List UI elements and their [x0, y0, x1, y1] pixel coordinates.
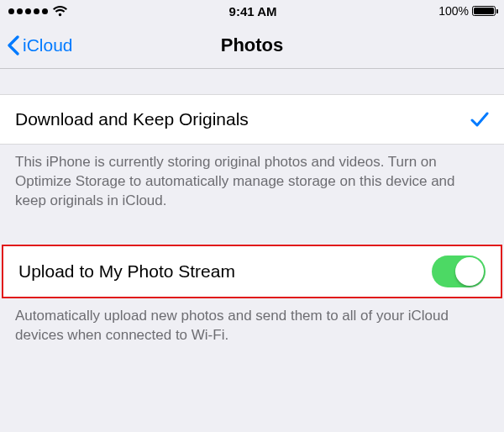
highlight-box: Upload to My Photo Stream [2, 245, 502, 298]
back-button[interactable]: iCloud [7, 22, 73, 68]
status-right: 100% [438, 4, 496, 18]
row-photo-stream[interactable]: Upload to My Photo Stream [3, 246, 501, 297]
battery-icon [472, 6, 496, 16]
row-label: Upload to My Photo Stream [18, 261, 235, 282]
signal-strength-icon [8, 8, 48, 14]
back-label: iCloud [23, 35, 73, 55]
footer-photo-stream: Automatically upload new photos and send… [0, 298, 504, 345]
status-bar: 9:41 AM 100% [0, 0, 504, 22]
toggle-knob [455, 257, 484, 286]
status-left [8, 6, 67, 17]
checkmark-icon [470, 111, 489, 128]
navigation-bar: iCloud Photos [0, 22, 504, 69]
status-time: 9:41 AM [229, 4, 277, 18]
page-title: Photos [221, 34, 284, 56]
battery-percentage: 100% [438, 4, 469, 18]
footer-download-originals: This iPhone is currently storing origina… [0, 145, 504, 211]
row-download-originals[interactable]: Download and Keep Originals [0, 94, 504, 145]
chevron-left-icon [7, 35, 19, 55]
row-label: Download and Keep Originals [15, 109, 249, 129]
photo-stream-toggle[interactable] [432, 256, 486, 287]
wifi-icon [53, 6, 67, 17]
